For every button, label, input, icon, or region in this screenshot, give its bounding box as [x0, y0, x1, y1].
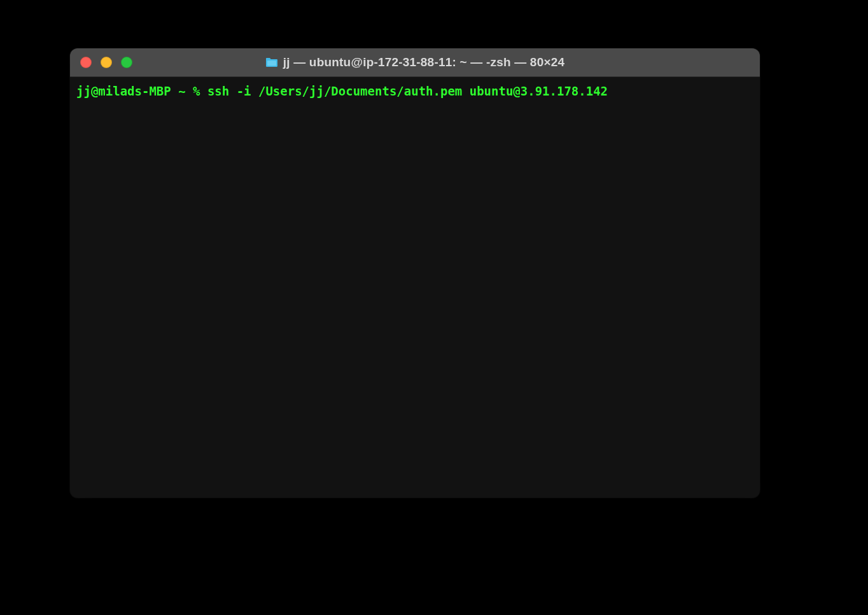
- folder-icon: [265, 57, 278, 67]
- close-button[interactable]: [80, 57, 92, 68]
- shell-command: ssh -i /Users/jj/Documents/auth.pem ubun…: [207, 84, 608, 98]
- window-title: jj — ubuntu@ip-172-31-88-11: ~ — -zsh — …: [283, 55, 564, 69]
- zoom-button[interactable]: [121, 57, 132, 68]
- minimize-button[interactable]: [101, 57, 112, 68]
- shell-prompt: jj@milads-MBP ~ %: [76, 84, 207, 98]
- svg-rect-0: [267, 60, 276, 66]
- window-titlebar[interactable]: jj — ubuntu@ip-172-31-88-11: ~ — -zsh — …: [70, 48, 760, 77]
- terminal-body[interactable]: jj@milads-MBP ~ % ssh -i /Users/jj/Docum…: [70, 77, 760, 498]
- window-title-wrap: jj — ubuntu@ip-172-31-88-11: ~ — -zsh — …: [265, 55, 564, 69]
- terminal-window: jj — ubuntu@ip-172-31-88-11: ~ — -zsh — …: [70, 48, 760, 498]
- window-controls: [80, 57, 132, 68]
